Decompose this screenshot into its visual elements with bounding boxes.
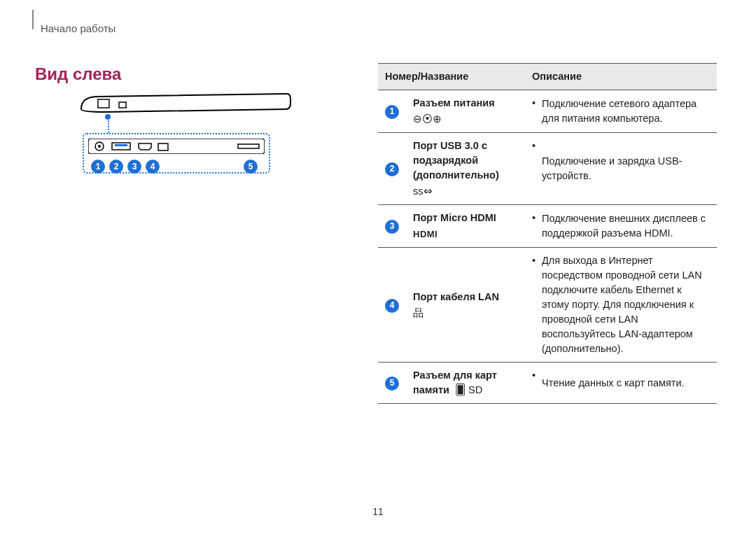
callout-badge-1: 1 (91, 160, 105, 174)
port-desc-5: Чтение данных с карт памяти. (525, 363, 717, 404)
callout-leader-line (108, 118, 109, 133)
table-header-row: Номер/Название Описание (378, 64, 717, 90)
page-number: 11 (0, 506, 756, 517)
manual-page: Начало работы Вид слева 1 2 3 4 5 (0, 0, 756, 534)
callout-badge-3: 3 (127, 160, 141, 174)
row-badge-4: 4 (385, 299, 399, 313)
laptop-left-side-diagram (77, 90, 294, 118)
port-name-4: Порт кабеля LAN 品 (406, 248, 525, 363)
col-header-name: Номер/Название (378, 64, 525, 90)
port-name-5: Разъем для карт памяти 🂠 SD (406, 363, 525, 404)
col-header-desc: Описание (525, 64, 717, 90)
port-desc-4: Для выхода в Интернет посредством провод… (525, 248, 717, 363)
callout-badge-5: 5 (244, 160, 258, 174)
dc-in-icon: ⊖⦿⊕ (413, 113, 442, 125)
table-row: 5 Разъем для карт памяти 🂠 SD Чтение дан… (378, 363, 717, 404)
callout-badge-5-wrap: 5 (244, 160, 258, 174)
page-title: Вид слева (35, 64, 121, 84)
row-badge-5: 5 (385, 377, 399, 391)
row-badge-1: 1 (385, 105, 399, 119)
port-name-2: Порт USB 3.0 с подзарядкой (дополнительн… (406, 133, 525, 205)
port-name-1: Разъем питания ⊖⦿⊕ (406, 90, 525, 133)
callout-badge-row: 1 2 3 4 (91, 160, 160, 174)
svg-point-4 (98, 145, 101, 148)
port-desc-2: Подключение и зарядка USB-устройств. (525, 133, 717, 205)
callout-badge-2: 2 (109, 160, 123, 174)
lan-icon: 品 (413, 307, 424, 318)
svg-rect-1 (119, 102, 126, 108)
svg-rect-8 (238, 144, 259, 148)
port-name-3: Порт Micro HDMI HDMI (406, 205, 525, 248)
port-desc-3: Подключение внешних дисплеев с поддержко… (525, 205, 717, 248)
row-badge-2: 2 (385, 162, 399, 176)
callout-ports-diagram (88, 139, 265, 154)
table-row: 1 Разъем питания ⊖⦿⊕ Подключение сетевог… (378, 90, 717, 133)
sd-icon: 🂠 SD (455, 384, 482, 395)
row-badge-3: 3 (385, 220, 399, 234)
table-row: 2 Порт USB 3.0 с подзарядкой (дополнител… (378, 133, 717, 205)
table-row: 4 Порт кабеля LAN 品 Для выхода в Интерне… (378, 248, 717, 363)
ports-table: Номер/Название Описание 1 Разъем питания… (378, 63, 717, 404)
breadcrumb: Начало работы (41, 22, 115, 34)
svg-rect-6 (115, 144, 127, 146)
callout-badge-4: 4 (146, 160, 160, 174)
table-row: 3 Порт Micro HDMI HDMI Подключение внешн… (378, 205, 717, 248)
section-tab-marker (32, 10, 34, 29)
hdmi-icon: HDMI (413, 228, 438, 241)
usb3-charge-icon: ss⇔ (413, 185, 433, 197)
svg-rect-7 (158, 143, 168, 150)
svg-rect-0 (98, 99, 109, 108)
port-desc-1: Подключение сетевого адаптера для питани… (525, 90, 717, 133)
